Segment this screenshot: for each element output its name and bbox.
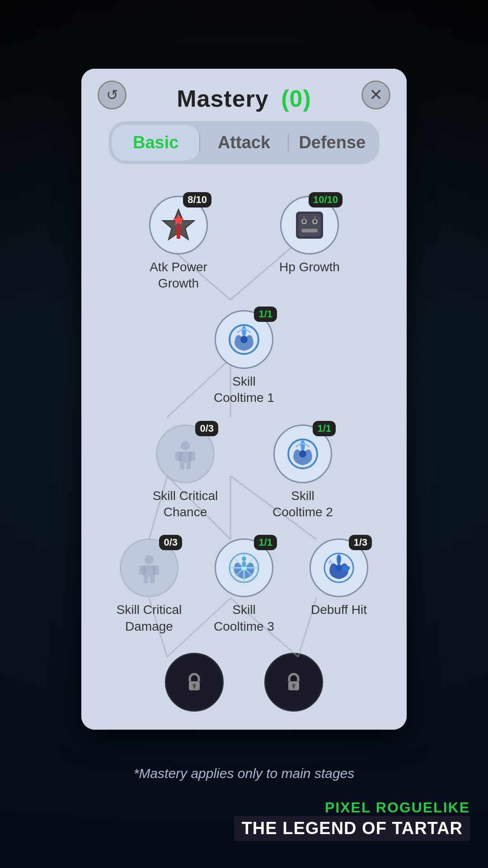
svg-rect-39 <box>150 577 155 583</box>
tabs-container: Basic Attack Defense <box>81 121 407 173</box>
skill-node-atk-power-growth[interactable]: 8/10 Atk PowerGrowth <box>142 196 215 292</box>
svg-rect-56 <box>293 685 295 689</box>
svg-rect-28 <box>175 452 182 461</box>
row-3: 0/3 Skill CriticalChance <box>99 425 389 521</box>
svg-rect-29 <box>189 452 195 461</box>
modal-title: Mastery (0) <box>177 85 311 112</box>
ct2-badge: 1/1 <box>313 421 336 436</box>
svg-rect-23 <box>314 216 316 221</box>
cc-skill-name: Skill CriticalChance <box>153 488 218 521</box>
reset-button[interactable]: ↺ <box>98 80 127 109</box>
svg-point-46 <box>242 557 246 561</box>
svg-point-25 <box>240 336 248 343</box>
footnote-text: *Mastery applies only to main stages <box>134 766 355 781</box>
svg-point-49 <box>336 565 342 571</box>
svg-rect-53 <box>193 685 195 689</box>
cooltime3-icon-art <box>226 550 262 586</box>
skill-node-hp-growth[interactable]: 10/10 Hp Growth <box>273 196 346 292</box>
skill-icon-wrapper-hp: 10/10 <box>280 196 339 255</box>
svg-point-34 <box>145 555 154 564</box>
skill-node-debuff-hit[interactable]: 1/3 Debuff Hit <box>303 538 375 635</box>
skill-icon-wrapper-dh: 1/3 <box>310 538 368 597</box>
svg-rect-31 <box>186 463 191 469</box>
skill-icon-wrapper-cd: 0/3 <box>120 538 178 597</box>
skill-icon-wrapper-ct3: 1/1 <box>215 538 273 597</box>
tab-defense[interactable]: Defense <box>289 125 376 160</box>
hp-skill-name: Hp Growth <box>279 259 340 275</box>
ct1-skill-name: SkillCooltime 1 <box>214 373 274 406</box>
row-5 <box>99 653 389 712</box>
svg-rect-37 <box>153 566 159 575</box>
svg-rect-13 <box>177 225 180 239</box>
skill-node-cooltime-3[interactable]: 1/1 SkillCooltime 3 <box>208 538 280 635</box>
skill-node-cooltime-1[interactable]: 1/1 SkillCooltime 1 <box>208 310 280 406</box>
footnote-area: *Mastery applies only to main stages <box>134 757 355 781</box>
tab-bar: Basic Attack Defense <box>108 121 380 164</box>
svg-point-26 <box>181 441 190 450</box>
locked-node-1[interactable] <box>165 653 224 712</box>
locked-node-2[interactable] <box>264 653 323 712</box>
lock-icon-2 <box>280 669 307 696</box>
skill-tree-area: 8/10 Atk PowerGrowth <box>81 173 407 730</box>
hp-icon-art <box>291 207 328 243</box>
modal-header: ↺ Mastery (0) ✕ <box>81 69 407 121</box>
cd-badge: 0/3 <box>159 535 182 550</box>
critical-damage-icon-art <box>131 550 167 586</box>
svg-rect-22 <box>303 216 305 221</box>
svg-rect-38 <box>144 577 148 583</box>
cooltime2-icon-art <box>285 436 321 472</box>
modal-points: (0) <box>281 85 311 112</box>
svg-rect-16 <box>298 214 321 236</box>
skill-icon-wrapper-ct2: 1/1 <box>273 425 332 483</box>
svg-rect-21 <box>301 229 318 232</box>
tab-basic[interactable]: Basic <box>112 125 199 160</box>
atk-icon-art <box>160 207 197 243</box>
ct3-skill-name: SkillCooltime 3 <box>214 602 274 635</box>
tab-attack[interactable]: Attack <box>200 125 287 160</box>
cd-skill-name: Skill CriticalDamage <box>117 602 182 635</box>
row-4: 0/3 Skill CriticalDamage <box>99 538 389 635</box>
svg-rect-30 <box>180 463 184 469</box>
row-1: 8/10 Atk PowerGrowth <box>99 196 389 292</box>
ct2-skill-name: SkillCooltime 2 <box>272 488 333 521</box>
debuff-hit-icon-art <box>321 550 357 586</box>
skill-node-critical-chance[interactable]: 0/3 Skill CriticalChance <box>149 425 221 521</box>
hp-badge: 10/10 <box>309 192 343 208</box>
ct1-badge: 1/1 <box>254 307 277 322</box>
svg-rect-47 <box>242 561 246 567</box>
svg-rect-36 <box>139 566 145 575</box>
skill-icon-wrapper-cc: 0/3 <box>156 425 215 483</box>
atk-skill-name: Atk PowerGrowth <box>150 259 207 292</box>
row-2: 1/1 SkillCooltime 1 <box>99 310 389 406</box>
mastery-modal: ↺ Mastery (0) ✕ Basic Attack Defense <box>81 69 407 730</box>
close-button[interactable]: ✕ <box>361 80 390 109</box>
skill-icon-wrapper-atk: 8/10 <box>149 196 208 255</box>
dh-skill-name: Debuff Hit <box>311 602 367 618</box>
modal-overlay: ↺ Mastery (0) ✕ Basic Attack Defense <box>0 0 488 868</box>
critical-chance-icon-art <box>167 436 203 472</box>
svg-marker-50 <box>328 559 333 564</box>
tree-container: 8/10 Atk PowerGrowth <box>99 187 389 712</box>
cooltime1-icon-art <box>226 321 262 358</box>
lock-icon-1 <box>181 669 208 696</box>
skill-icon-wrapper-ct1: 1/1 <box>215 310 273 369</box>
atk-badge: 8/10 <box>183 192 211 208</box>
skill-node-critical-damage[interactable]: 0/3 Skill CriticalDamage <box>113 538 185 635</box>
skill-node-cooltime-2[interactable]: 1/1 SkillCooltime 2 <box>267 425 339 521</box>
dh-badge: 1/3 <box>349 535 372 550</box>
ct3-badge: 1/1 <box>254 535 277 550</box>
svg-point-33 <box>299 450 306 458</box>
cc-badge: 0/3 <box>195 421 218 436</box>
